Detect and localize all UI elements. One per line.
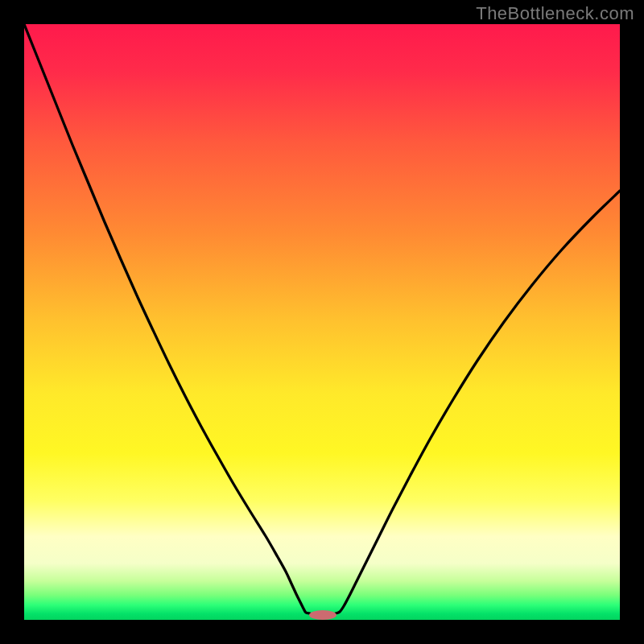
- bottleneck-marker: [309, 610, 336, 620]
- gradient-background: [24, 24, 620, 620]
- bottleneck-chart: [24, 24, 620, 620]
- chart-frame: TheBottleneck.com: [0, 0, 644, 644]
- plot-area: [24, 24, 620, 620]
- watermark-text: TheBottleneck.com: [476, 3, 634, 24]
